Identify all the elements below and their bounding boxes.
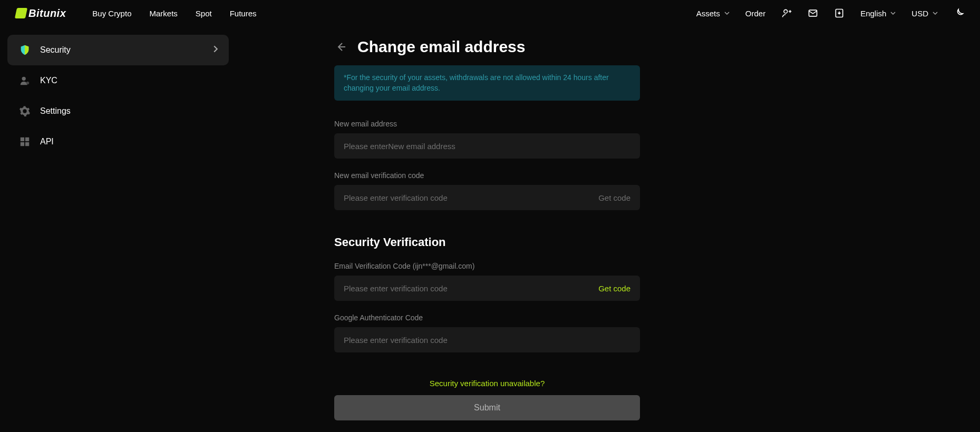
nav-assets[interactable]: Assets [696, 9, 730, 18]
get-code-button-new[interactable]: Get code [598, 193, 630, 202]
top-nav: Bitunix Buy Crypto Markets Spot Futures … [0, 0, 980, 26]
new-email-label: New email address [334, 120, 640, 128]
new-code-input[interactable] [344, 193, 598, 202]
new-code-label: New email verification code [334, 171, 640, 180]
submit-button[interactable]: Submit [334, 395, 640, 420]
sidebar-item-label: Security [40, 45, 71, 55]
new-email-input[interactable] [344, 142, 630, 151]
user-add-icon[interactable] [781, 8, 792, 18]
chevron-down-icon [890, 11, 896, 16]
google-code-input[interactable] [344, 336, 630, 345]
email-code-input-wrap: Get code [334, 276, 640, 301]
nav-language[interactable]: English [860, 9, 896, 18]
svg-rect-5 [21, 138, 24, 141]
svg-rect-6 [25, 138, 29, 141]
back-arrow-icon[interactable] [334, 41, 347, 53]
google-code-label: Google Authenticator Code [334, 313, 640, 322]
user-icon [19, 75, 31, 86]
sidebar-item-label: API [40, 137, 54, 146]
help-link[interactable]: Security verification unavailable? [334, 379, 640, 388]
shield-icon [19, 44, 31, 56]
svg-point-3 [22, 77, 26, 81]
nav-buy-crypto[interactable]: Buy Crypto [92, 9, 131, 18]
nav-currency-label: USD [911, 9, 928, 18]
nav-currency[interactable]: USD [911, 9, 938, 18]
svg-point-0 [784, 9, 788, 13]
email-code-input[interactable] [344, 284, 598, 293]
sidebar-item-api[interactable]: API [7, 126, 229, 157]
google-code-input-wrap [334, 327, 640, 352]
download-icon[interactable] [834, 8, 845, 18]
warning-notice: *For the security of your assets, withdr… [334, 65, 640, 101]
nav-language-label: English [860, 9, 886, 18]
page-title: Change email address [357, 38, 525, 56]
grid-icon [19, 136, 31, 148]
nav-futures[interactable]: Futures [230, 9, 257, 18]
sidebar-item-settings[interactable]: Settings [7, 96, 229, 126]
gear-icon [19, 105, 31, 117]
sidebar-item-label: KYC [40, 76, 57, 85]
nav-markets[interactable]: Markets [149, 9, 177, 18]
new-code-input-wrap: Get code [334, 185, 640, 210]
sidebar-item-kyc[interactable]: KYC [7, 65, 229, 96]
chevron-down-icon [724, 11, 730, 16]
brand-logo[interactable]: Bitunix [16, 7, 66, 19]
svg-point-4 [26, 82, 30, 85]
nav-right: Assets Order English [696, 8, 964, 18]
mail-icon[interactable] [808, 8, 818, 18]
logo-text: Bitunix [28, 7, 66, 19]
svg-rect-8 [25, 142, 29, 146]
nav-spot[interactable]: Spot [196, 9, 212, 18]
security-verification-title: Security Verification [334, 235, 640, 249]
theme-moon-icon[interactable] [954, 8, 964, 18]
chevron-down-icon [933, 11, 938, 16]
sidebar-item-security[interactable]: Security [7, 35, 229, 65]
logo-icon [15, 8, 27, 18]
new-email-input-wrap [334, 133, 640, 159]
svg-rect-7 [21, 142, 24, 146]
main-nav: Buy Crypto Markets Spot Futures [92, 9, 256, 18]
email-code-label: Email Verification Code (ijn***@gmail.co… [334, 262, 640, 270]
chevron-right-icon [212, 45, 219, 55]
nav-assets-label: Assets [696, 9, 720, 18]
get-code-button-email[interactable]: Get code [598, 284, 630, 293]
sidebar-item-label: Settings [40, 106, 71, 116]
sidebar: Security KYC Settings API [7, 35, 229, 420]
main-content: Change email address *For the security o… [229, 35, 973, 420]
nav-order[interactable]: Order [745, 9, 765, 18]
